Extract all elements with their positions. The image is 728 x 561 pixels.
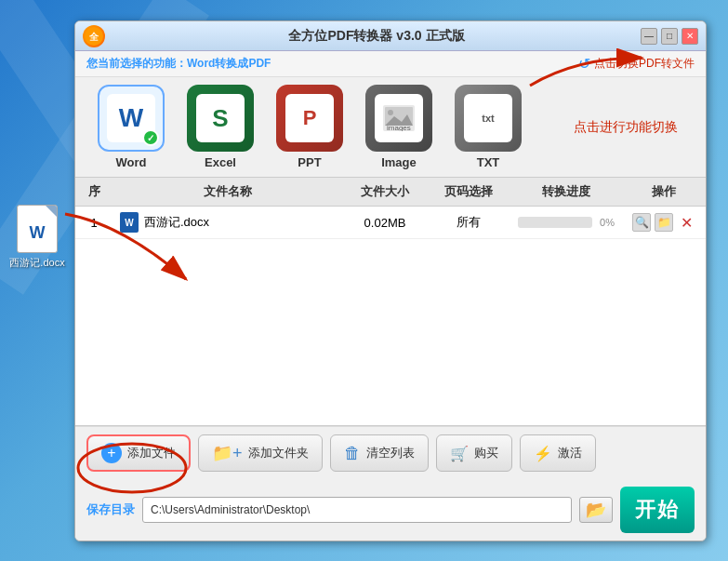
table-header: 序 文件名称 文件大小 页码选择 转换进度 操作 <box>75 178 706 207</box>
clear-list-icon: 🗑 <box>344 444 361 463</box>
svg-text:全: 全 <box>88 32 99 42</box>
toolbar-image[interactable]: images Image <box>362 85 436 169</box>
add-folder-icon: 📁+ <box>212 443 243 463</box>
svg-text:images: images <box>387 124 411 131</box>
delete-button[interactable]: ✕ <box>677 213 695 232</box>
main-window: 全 全方位PDF转换器 v3.0 正式版 — □ ✕ 您当前选择的功能：Word… <box>74 20 707 541</box>
col-page: 页码选择 <box>427 183 510 200</box>
row-filename-cell: W 西游记.docx <box>113 212 343 233</box>
bottom-buttons: + 添加文件 📁+ 添加文件夹 🗑 清空列表 🛒 购买 ⚡ 激活 <box>75 426 706 479</box>
activate-button[interactable]: ⚡ 激活 <box>520 434 596 472</box>
current-mode-display: 您当前选择的功能：Word转换成PDF <box>86 56 271 72</box>
window-title: 全方位PDF转换器 v3.0 正式版 <box>113 28 641 45</box>
excel-icon-box: S <box>187 85 254 152</box>
desktop-file-label: 西游记.docx <box>9 256 64 270</box>
toolbar-excel[interactable]: S Excel <box>183 85 258 169</box>
txt-label: TXT <box>477 155 500 169</box>
maximize-button[interactable]: □ <box>661 28 678 45</box>
progress-text: 0% <box>600 217 615 228</box>
svg-point-6 <box>388 110 393 115</box>
clear-list-label: 清空列表 <box>366 445 415 461</box>
save-path-input[interactable] <box>142 497 572 523</box>
txt-icon-box: txt <box>455 85 522 152</box>
excel-label: Excel <box>205 155 236 169</box>
save-row: 保存目录 📂 开始 <box>75 479 706 541</box>
title-bar: 全 全方位PDF转换器 v3.0 正式版 — □ ✕ <box>75 21 706 51</box>
browse-folder-button[interactable]: 📂 <box>579 497 613 523</box>
buy-icon: 🛒 <box>450 445 469 462</box>
buy-button[interactable]: 🛒 购买 <box>436 434 512 472</box>
toolbar-ppt[interactable]: P PPT <box>272 85 347 169</box>
col-action: 操作 <box>622 183 706 200</box>
ppt-icon-box: P <box>276 85 343 152</box>
col-filename: 文件名称 <box>113 183 343 200</box>
activate-label: 激活 <box>558 445 582 461</box>
top-bar: 您当前选择的功能：Word转换成PDF ↺ 点击切换PDF转文件 <box>75 51 706 77</box>
clear-list-button[interactable]: 🗑 清空列表 <box>330 434 429 472</box>
desktop-file-icon[interactable]: W 西游记.docx <box>9 205 65 270</box>
minimize-button[interactable]: — <box>641 28 657 45</box>
word-icon: W ✓ <box>107 94 155 142</box>
start-button[interactable]: 开始 <box>620 487 695 533</box>
excel-icon: S <box>196 94 245 142</box>
ppt-icon: P <box>285 94 334 142</box>
table-body: 1 W 西游记.docx 0.02MB 所有 0% 🔍 📁 ✕ <box>75 207 706 425</box>
txt-icon: txt <box>464 94 512 142</box>
word-icon-box: W ✓ <box>98 85 165 152</box>
image-icon-box: images <box>365 85 432 152</box>
row-index: 1 <box>75 212 113 233</box>
file-icon-graphic: W <box>17 205 58 253</box>
col-progress: 转换进度 <box>510 183 622 200</box>
switch-pdf-label: 点击切换PDF转文件 <box>594 56 695 72</box>
add-file-icon: + <box>101 443 122 463</box>
activate-icon: ⚡ <box>534 445 552 462</box>
add-folder-label: 添加文件夹 <box>248 445 309 461</box>
row-filename: 西游记.docx <box>144 214 209 231</box>
table-row: 1 W 西游记.docx 0.02MB 所有 0% 🔍 📁 ✕ <box>75 207 706 239</box>
col-index: 序 <box>75 183 113 200</box>
row-filesize: 0.02MB <box>343 212 427 233</box>
progress-bar <box>518 217 592 228</box>
toolbar-txt[interactable]: txt TXT <box>451 85 525 169</box>
current-mode-value: Word转换成PDF <box>187 57 271 70</box>
add-folder-button[interactable]: 📁+ 添加文件夹 <box>198 434 323 472</box>
preview-button[interactable]: 🔍 <box>632 213 651 232</box>
hint-text: 点击进行功能切换 <box>540 119 687 136</box>
col-filesize: 文件大小 <box>343 183 427 200</box>
row-progress-cell: 0% <box>510 212 622 233</box>
row-page: 所有 <box>427 212 510 233</box>
add-file-label: 添加文件 <box>127 445 176 461</box>
word-label: Word <box>116 155 147 169</box>
save-label: 保存目录 <box>86 501 135 518</box>
open-folder-button[interactable]: 📁 <box>655 213 673 232</box>
word-mini-icon: W <box>120 212 139 233</box>
file-table: 序 文件名称 文件大小 页码选择 转换进度 操作 1 W 西游记.docx 0.… <box>75 177 706 426</box>
word-check-icon: ✓ <box>142 129 159 146</box>
image-label: Image <box>381 155 417 169</box>
window-controls: — □ ✕ <box>641 28 698 45</box>
app-logo: 全 <box>83 25 105 47</box>
image-icon: images <box>375 94 423 142</box>
current-mode-label: 您当前选择的功能： <box>86 57 187 70</box>
close-button[interactable]: ✕ <box>682 28 698 45</box>
row-actions: 🔍 📁 ✕ <box>622 212 706 233</box>
add-file-button[interactable]: + 添加文件 <box>86 434 191 472</box>
icon-toolbar: W ✓ Word S Excel P PPT <box>75 77 706 177</box>
toolbar-word[interactable]: W ✓ Word <box>94 85 168 169</box>
switch-pdf-button[interactable]: ↺ 点击切换PDF转文件 <box>578 55 695 73</box>
switch-pdf-icon: ↺ <box>578 55 590 73</box>
buy-label: 购买 <box>474 445 498 461</box>
ppt-label: PPT <box>298 155 321 169</box>
